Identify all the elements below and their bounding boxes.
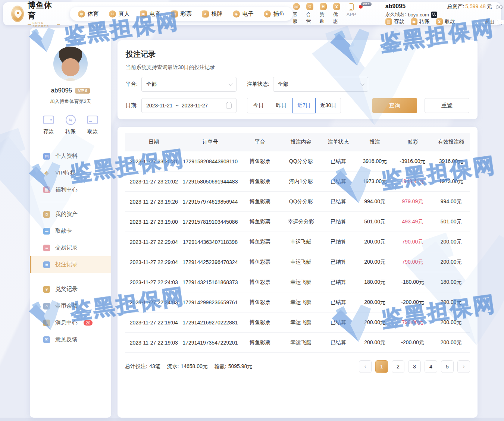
range-30d-button[interactable]: 近30日	[315, 98, 341, 113]
table-row: 2023-11-27 23:19:00 1729157819103445086 …	[125, 212, 470, 232]
page-button-1[interactable]: 1	[375, 360, 388, 373]
partnership-link[interactable]: 合营	[306, 3, 313, 25]
bet-records-icon	[43, 261, 50, 268]
page-button-2[interactable]: 2	[392, 360, 404, 373]
search-button[interactable]: 查询	[372, 98, 417, 113]
status-select[interactable]: 全部	[273, 77, 368, 92]
sidebar-item-profile[interactable]: 个人资料	[30, 148, 111, 164]
date-label: 日期:	[126, 102, 138, 109]
promotions-icon	[333, 3, 340, 10]
search-icon[interactable]	[431, 12, 437, 18]
table-row: 2023-11-27 22:19:04 1729142169270222881 …	[125, 312, 470, 333]
cell-valid-bet: 1973.00元	[432, 178, 470, 185]
nav-item-poker[interactable]: 棋牌	[202, 10, 223, 18]
date-range-input[interactable]: 2023-11-21 ~ 2023-11-27	[141, 98, 237, 113]
nav-item-live[interactable]: 真人	[109, 10, 130, 18]
live-casino-icon	[109, 10, 116, 18]
sidebar-item-bet-records[interactable]: 投注记录	[30, 256, 111, 273]
quick-links: 客服 合营 赞助 优惠 APP	[293, 3, 356, 25]
cell-status: 已结算	[320, 219, 357, 225]
cell-date: 2023-11-27 22:19:04	[125, 320, 182, 326]
lottery-icon	[171, 10, 178, 18]
nav-item-lottery[interactable]: 彩票	[171, 10, 192, 18]
cell-valid-bet: 180.00元	[432, 279, 470, 286]
main-nav: 体育 真人 电竞 彩票 棋牌 电子 捕鱼	[70, 7, 293, 21]
cell-bet-amount: 200.00元	[357, 339, 393, 346]
page-button-3[interactable]: 3	[408, 360, 421, 373]
cell-order-no: 1729157974619856944	[182, 199, 238, 205]
fish-logo-icon	[11, 6, 24, 22]
prev-page-button[interactable]: ‹	[359, 360, 372, 373]
sidebar-avatar[interactable]	[53, 47, 88, 81]
transfer-button[interactable]: 转账	[411, 18, 430, 25]
range-7d-button[interactable]: 近7日	[292, 98, 316, 113]
nav-item-sports[interactable]: 体育	[78, 10, 99, 18]
range-today-button[interactable]: 今日	[247, 98, 270, 113]
total-bets: 43笔	[149, 363, 160, 370]
reset-button[interactable]: 重置	[425, 98, 469, 113]
col-header-status: 注单状态	[320, 139, 357, 145]
col-header-bet: 投注	[357, 139, 393, 145]
brand-subtitle: BOYU SPORTS	[28, 21, 60, 28]
sidebar-item-transactions[interactable]: 交易记录	[30, 239, 111, 256]
sidebar-item-coin-balance[interactable]: 金币余额	[30, 298, 111, 314]
table-row: 2023-11-27 22:29:04 1729144363407118398 …	[125, 232, 470, 252]
cell-order-no: 1729144252396470324	[182, 259, 238, 265]
cell-platform: 博鱼彩票	[238, 279, 282, 286]
brand-logo[interactable]: 博鱼体育 BOYU SPORTS	[11, 0, 60, 28]
platform-label: 平台:	[126, 81, 138, 88]
sidebar-item-messages[interactable]: 消息中心20	[30, 314, 111, 331]
eye-icon[interactable]	[496, 5, 503, 9]
platform-select[interactable]: 全部	[141, 77, 237, 92]
sidebar-item-vip[interactable]: VIP特权	[30, 164, 111, 181]
fishing-icon	[264, 10, 271, 18]
page: 博鱼体育 BOYU SPORTS 体育 真人 电竞 彩票 棋牌 电子 捕鱼 客服…	[0, 0, 504, 421]
cell-bet-amount: 200.00元	[357, 319, 393, 326]
app-link[interactable]: APP	[347, 3, 356, 25]
sidebar-item-assets[interactable]: 我的资产	[30, 206, 111, 223]
sidebar-item-welfare[interactable]: 福利中心	[30, 181, 111, 198]
transactions-icon	[43, 245, 50, 251]
promotions-link[interactable]: 优惠	[333, 3, 340, 25]
withdraw-button[interactable]: 取款	[436, 18, 455, 25]
sidebar-quick-actions: 存款 转账 取款	[43, 114, 98, 135]
cell-bet-content: 幸运飞艇	[282, 239, 320, 245]
table-row: 2023-11-27 23:20:31 1729158208443908110 …	[125, 151, 470, 172]
sidebar-item-redeem[interactable]: 兑奖记录	[30, 281, 111, 298]
cell-platform: 博鱼彩票	[238, 259, 282, 266]
page-button-5[interactable]: 5	[441, 360, 454, 373]
sidebar-item-withdraw-card[interactable]: 取款卡	[30, 223, 111, 239]
next-page-button[interactable]: ›	[457, 360, 470, 373]
sidebar-item-feedback[interactable]: 意见反馈	[30, 331, 111, 348]
logout-button[interactable]: 退出	[484, 19, 502, 26]
sponsor-link[interactable]: 赞助	[320, 3, 327, 25]
cell-platform: 博鱼彩票	[238, 219, 282, 225]
basketball-icon	[78, 10, 85, 18]
customer-service-link[interactable]: 客服	[293, 3, 300, 25]
turnover: 14658.00元	[181, 363, 207, 370]
sidebar-withdraw-button[interactable]: 取款	[87, 114, 98, 135]
cell-date: 2023-11-27 22:29:04	[125, 239, 182, 245]
cell-bet-amount: 180.00元	[357, 279, 393, 286]
sidebar-username: ab9095	[51, 87, 72, 94]
range-yesterday-button[interactable]: 昨日	[270, 98, 293, 113]
assets-icon	[43, 211, 50, 218]
nav-item-esports[interactable]: 电竞	[140, 10, 161, 18]
cell-payout: 790.00元	[393, 239, 432, 245]
table-row: 2023-11-27 22:29:04 1729144252396470324 …	[125, 252, 470, 272]
wallet-icon	[43, 116, 54, 124]
table-footer: 总计投注:43笔 流水:14658.00元 输赢:5095.98元 ‹ 1 2 …	[125, 360, 470, 373]
cell-payout: 1943.41元	[393, 178, 432, 185]
cell-date: 2023-11-27 23:19:00	[125, 219, 182, 225]
nav-item-slots[interactable]: 电子	[233, 10, 254, 18]
deposit-button[interactable]: 存款	[385, 18, 404, 25]
withdraw-card-icon	[43, 228, 50, 235]
cell-order-no: 1729142998236659761	[182, 299, 238, 305]
sidebar-deposit-button[interactable]: 存款	[43, 114, 54, 135]
cell-bet-content: 幸运飞艇	[282, 299, 320, 306]
page-button-4[interactable]: 4	[425, 360, 437, 373]
col-header-platform: 平台	[238, 139, 282, 145]
nav-item-fishing[interactable]: 捕鱼	[264, 10, 285, 18]
poker-icon	[202, 10, 209, 18]
sidebar-transfer-button[interactable]: 转账	[65, 114, 76, 135]
